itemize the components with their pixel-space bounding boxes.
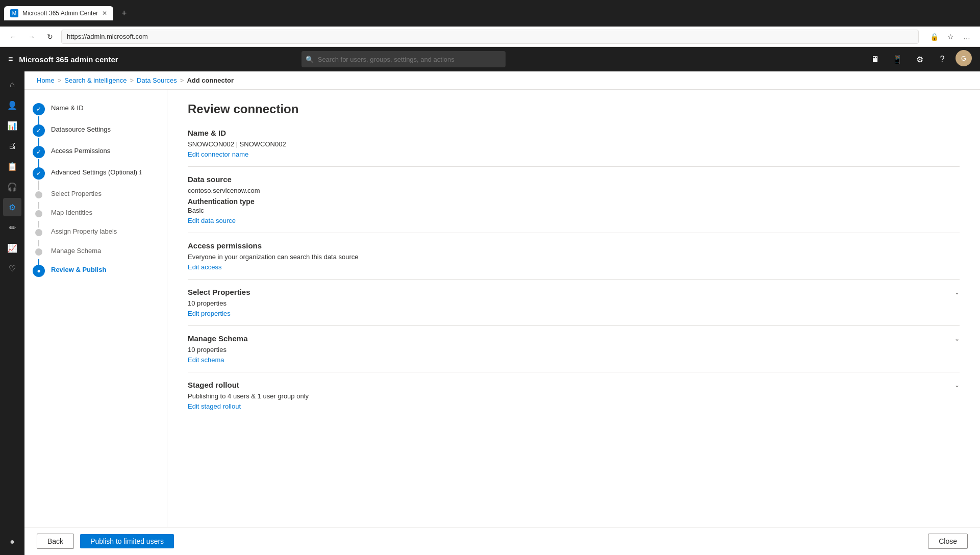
- main-area: Home > Search & intelligence > Data Sour…: [24, 71, 980, 555]
- publish-button[interactable]: Publish to limited users: [80, 534, 174, 548]
- sidebar-item-print[interactable]: 🖨: [3, 137, 21, 155]
- sidebar-item-chart[interactable]: 📈: [3, 239, 21, 257]
- section-value-manage-schema: 10 properties: [188, 346, 960, 354]
- left-nav: ⌂ 👤 📊 🖨 📋 🎧 ⚙ ✏ 📈 ♡ ●: [0, 71, 24, 555]
- review-section-name-id: Name & ID SNOWCON002 | SNOWCON002 Edit c…: [188, 129, 960, 167]
- edit-schema-link[interactable]: Edit schema: [188, 356, 224, 364]
- section-header-access: Access permissions: [188, 241, 960, 250]
- review-section-staged-rollout: Staged rollout ⌄ Publishing to 4 users &…: [188, 381, 960, 418]
- review-section-datasource: Data source contoso.servicenow.com Authe…: [188, 175, 960, 233]
- chevron-staged-rollout-icon[interactable]: ⌄: [954, 382, 960, 389]
- breadcrumb-data-sources[interactable]: Data Sources: [137, 77, 177, 84]
- page-content: ✓ Name & ID ✓ Datasource Settings: [24, 90, 980, 527]
- page-title: Review connection: [188, 102, 960, 116]
- sidebar-item-settings[interactable]: ⚙: [3, 198, 21, 216]
- back-button[interactable]: Back: [37, 534, 74, 549]
- browser-chrome: M Microsoft 365 Admin Center ✕ +: [0, 0, 980, 27]
- refresh-button[interactable]: ↻: [43, 30, 57, 44]
- sidebar-item-reports[interactable]: 📋: [3, 157, 21, 175]
- step-icon-map: [35, 210, 42, 217]
- step-label-access: Access Permissions: [51, 145, 110, 156]
- section-title-datasource: Data source: [188, 175, 232, 184]
- wizard-step-access[interactable]: ✓ Access Permissions: [33, 145, 159, 166]
- sidebar-item-home[interactable]: ⌂: [3, 75, 21, 94]
- wizard-step-select-props[interactable]: Select Properties: [33, 188, 159, 207]
- step-label-select-props: Select Properties: [51, 188, 102, 198]
- step-label-name-id: Name & ID: [51, 102, 84, 113]
- breadcrumb-search[interactable]: Search & intelligence: [64, 77, 127, 84]
- step-icon-schema: [35, 248, 42, 256]
- wizard-step-assign[interactable]: Assign Property labels: [33, 225, 159, 244]
- edit-staged-rollout-link[interactable]: Edit staged rollout: [188, 402, 241, 410]
- breadcrumb-sep-2: >: [130, 77, 134, 84]
- edit-access-link[interactable]: Edit access: [188, 263, 221, 271]
- wizard-step-schema[interactable]: Manage Schema: [33, 245, 159, 264]
- action-bar: Back Publish to limited users Close: [24, 527, 980, 555]
- section-title-name-id: Name & ID: [188, 129, 226, 137]
- auth-type-label: Authentication type: [188, 197, 960, 206]
- step-label-map: Map Identities: [51, 207, 92, 217]
- new-tab-button[interactable]: +: [117, 6, 131, 21]
- wizard-step-review[interactable]: ● Review & Publish: [33, 264, 159, 281]
- step-icon-name-id: ✓: [33, 103, 45, 115]
- header-search[interactable]: 🔍: [301, 51, 506, 67]
- app-body: ⌂ 👤 📊 🖨 📋 🎧 ⚙ ✏ 📈 ♡ ● Home > Search & in…: [0, 71, 980, 555]
- breadcrumb: Home > Search & intelligence > Data Sour…: [24, 71, 980, 90]
- sidebar-item-heart[interactable]: ♡: [3, 259, 21, 278]
- screen-icon[interactable]: 🖥: [866, 50, 884, 68]
- more-button[interactable]: …: [960, 30, 974, 44]
- step-label-assign: Assign Property labels: [51, 225, 117, 236]
- section-header-manage-schema: Manage Schema ⌄: [188, 334, 960, 343]
- breadcrumb-sep-3: >: [180, 77, 184, 84]
- step-icon-access: ✓: [33, 146, 45, 158]
- search-input[interactable]: [301, 51, 506, 67]
- step-icon-select-props: [35, 191, 42, 198]
- step-icon-assign: [35, 229, 42, 236]
- step-label-datasource: Datasource Settings: [51, 123, 111, 134]
- edit-data-source-link[interactable]: Edit data source: [188, 217, 236, 224]
- wizard-sidebar: ✓ Name & ID ✓ Datasource Settings: [24, 90, 167, 527]
- step-label-review: Review & Publish: [51, 264, 106, 274]
- close-button[interactable]: Close: [928, 534, 968, 549]
- hamburger-button[interactable]: ≡: [8, 55, 13, 64]
- forward-button[interactable]: →: [24, 30, 39, 44]
- edit-connector-name-link[interactable]: Edit connector name: [188, 150, 248, 158]
- extensions-button[interactable]: 🔒: [927, 30, 941, 44]
- review-section-manage-schema: Manage Schema ⌄ 10 properties Edit schem…: [188, 334, 960, 372]
- section-header-name-id: Name & ID: [188, 129, 960, 137]
- sidebar-item-users[interactable]: 👤: [3, 96, 21, 114]
- browser-tab[interactable]: M Microsoft 365 Admin Center ✕: [4, 6, 113, 20]
- nav-actions: 🔒 ☆ …: [927, 30, 974, 44]
- tab-favicon: M: [10, 9, 18, 17]
- back-button[interactable]: ←: [6, 30, 20, 44]
- wizard-step-advanced[interactable]: ✓ Advanced Settings (Optional) ℹ: [33, 166, 159, 188]
- sidebar-item-pencil[interactable]: ✏: [3, 218, 21, 237]
- avatar[interactable]: G: [956, 50, 972, 66]
- sidebar-item-support[interactable]: 🎧: [3, 178, 21, 196]
- breadcrumb-home[interactable]: Home: [37, 77, 55, 84]
- review-section-access: Access permissions Everyone in your orga…: [188, 241, 960, 280]
- step-label-advanced: Advanced Settings (Optional) ℹ: [51, 166, 142, 177]
- chevron-select-props-icon[interactable]: ⌄: [954, 289, 960, 296]
- section-title-manage-schema: Manage Schema: [188, 334, 248, 343]
- edit-properties-link[interactable]: Edit properties: [188, 310, 231, 317]
- section-value-access: Everyone in your organization can search…: [188, 253, 960, 261]
- wizard-step-map[interactable]: Map Identities: [33, 207, 159, 225]
- tab-close-button[interactable]: ✕: [102, 10, 107, 17]
- wizard-steps: ✓ Name & ID ✓ Datasource Settings: [33, 102, 159, 281]
- wizard-step-datasource[interactable]: ✓ Datasource Settings: [33, 123, 159, 145]
- step-label-schema: Manage Schema: [51, 245, 101, 256]
- phone-icon[interactable]: 📱: [888, 50, 907, 68]
- settings-icon[interactable]: ⚙: [911, 50, 929, 68]
- chevron-manage-schema-icon[interactable]: ⌄: [954, 335, 960, 342]
- browser-nav: ← → ↻ https://admin.microsoft.com 🔒 ☆ …: [0, 27, 980, 47]
- favorites-button[interactable]: ☆: [943, 30, 958, 44]
- section-title-access: Access permissions: [188, 241, 262, 250]
- sidebar-item-circle[interactable]: ●: [3, 533, 21, 551]
- section-value-select-props: 10 properties: [188, 299, 960, 307]
- address-bar[interactable]: https://admin.microsoft.com: [61, 30, 919, 44]
- sidebar-item-activity[interactable]: 📊: [3, 116, 21, 135]
- breadcrumb-current: Add connector: [187, 77, 234, 84]
- wizard-step-name-id[interactable]: ✓ Name & ID: [33, 102, 159, 123]
- question-icon[interactable]: ?: [933, 50, 951, 68]
